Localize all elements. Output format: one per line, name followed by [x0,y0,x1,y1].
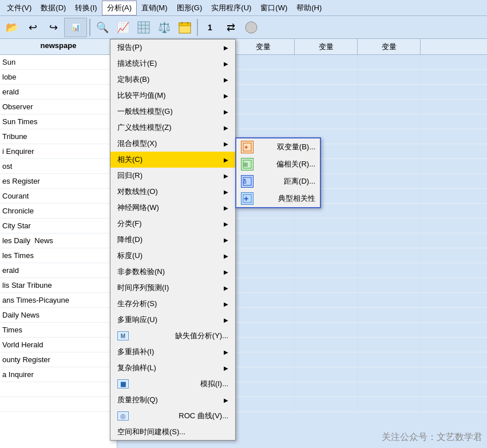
toolbar-number[interactable]: 1 [200,18,220,37]
menu-item-glm[interactable]: 一般线性模型(G) ▶ [110,104,235,120]
menu-file[interactable]: 文件(V) [2,1,36,15]
svg-point-9 [246,22,257,33]
menu-help[interactable]: 帮助(H) [292,1,326,15]
menu-item-correlate[interactable]: 相关(C) ▶ [110,152,235,168]
arrow-icon: ▶ [224,301,228,307]
list-item: Courant [0,189,117,204]
menu-item-loglinear[interactable]: 对数线性(O) ▶ [110,184,235,200]
menu-item-partial[interactable]: ⊞ 偏相关(R)... [236,156,320,173]
menu-item-roc[interactable]: ◎ ROC 曲线(V)... [110,408,235,424]
toolbar-calendar[interactable] [175,18,195,37]
arrow-icon: ▶ [224,157,228,163]
list-item: erald [0,263,117,278]
menu-utilities[interactable]: 实用程序(U) [207,1,256,15]
toolbar-sep-1 [89,19,90,36]
menu-graphs[interactable]: 图形(G) [172,1,207,15]
list-item: Daily News [0,308,117,323]
list-item: lis Star Tribune [0,278,117,293]
list-item [0,382,117,397]
left-panel: newspape Sun lobe erald Observer Sun Tim… [0,39,117,448]
toolbar-open[interactable]: 📂 [2,18,22,37]
simulate-icon: ▦ [117,379,129,388]
menu-item-nonparam[interactable]: 非参数检验(N) ▶ [110,264,235,280]
list-item: ounty Register [0,352,117,367]
arrow-icon: ▶ [224,141,228,147]
list-item: les Times [0,248,117,263]
svg-text:✚: ✚ [244,196,248,202]
toolbar-find[interactable]: 🔍 [93,18,112,37]
arrow-icon: ▶ [224,173,228,179]
canonical-icon: ✚ [241,192,254,205]
menu-item-distance[interactable]: δ 距离(D)... [236,173,320,190]
arrow-icon: ▶ [224,253,228,259]
menu-item-mixed[interactable]: 混合模型(X) ▶ [110,136,235,152]
list-item: Observer [0,100,117,114]
menu-item-missing[interactable]: M 缺失值分析(Y)... [110,328,235,344]
menu-item-compare-means[interactable]: 比较平均值(M) ▶ [110,88,235,104]
menu-window[interactable]: 窗口(W) [256,1,292,15]
menu-item-survival[interactable]: 生存分析(S) ▶ [110,296,235,312]
left-panel-header: newspape [0,39,117,55]
correlate-submenu[interactable]: ✶ 双变量(B)... ⊞ 偏相关(R)... δ [235,137,321,208]
menu-item-gzlm[interactable]: 广义线性模型(Z) ▶ [110,120,235,136]
bivariate-icon: ✶ [241,141,254,153]
toolbar-scale[interactable]: ⚖️ [155,18,174,37]
arrow-icon: ▶ [224,349,228,355]
analyze-menu[interactable]: 报告(P) ▶ 描述统计(E) ▶ 定制表(B) ▶ 比较平均值(M) ▶ 一般… [110,39,236,441]
svg-text:⊞: ⊞ [243,161,248,168]
arrow-icon: ▶ [224,365,228,371]
toolbar-undo[interactable]: ↩ [23,18,42,37]
toolbar-extra[interactable]: 📊 [64,18,87,37]
toolbar-chart[interactable]: 📈 [113,18,133,37]
menu-item-timeseries[interactable]: 时间序列预测(I) ▶ [110,280,235,296]
menu-item-tables[interactable]: 定制表(B) ▶ [110,72,235,88]
arrow-icon: ▶ [224,93,228,99]
arrow-icon: ▶ [224,221,228,227]
menu-item-regression[interactable]: 回归(R) ▶ [110,168,235,184]
menu-item-descriptive[interactable]: 描述统计(E) ▶ [110,55,235,72]
main-area: newspape Sun lobe erald Observer Sun Tim… [0,39,487,448]
list-item [0,397,117,412]
toolbar-arrows[interactable]: ⇄ [221,18,240,37]
menu-item-scale[interactable]: 标度(U) ▶ [110,248,235,264]
list-item: Chronicle [0,204,117,219]
menu-transform[interactable]: 转换(I) [70,1,101,15]
toolbar-circle[interactable] [241,18,261,37]
svg-rect-0 [138,22,149,33]
menu-item-quality[interactable]: 质量控制(Q) ▶ [110,392,235,408]
arrow-icon: ▶ [224,61,228,67]
toolbar-redo[interactable]: ↪ [43,18,63,37]
list-item: Tribune [0,129,117,144]
menu-item-spatial[interactable]: 空间和时间建模(S)... [110,424,235,440]
svg-text:✶: ✶ [244,144,248,150]
list-item: Times [0,323,117,338]
menu-item-report[interactable]: 报告(P) ▶ [110,39,235,55]
arrow-icon: ▶ [224,397,228,403]
toolbar-table[interactable] [134,18,153,37]
menu-item-canonical[interactable]: ✚ 典型相关性 [236,190,320,207]
missing-icon: M [117,331,129,340]
menu-item-neural[interactable]: 神经网络(W) ▶ [110,200,235,216]
watermark: 关注公众号：文艺数学君 [382,431,482,443]
list-item: Sun Times [0,114,117,129]
menu-directmarketing[interactable]: 直销(M) [137,1,172,15]
svg-text:δ: δ [243,179,247,185]
menu-item-reduce[interactable]: 降维(D) ▶ [110,232,235,248]
list-item: a Inquirer [0,367,117,382]
menu-item-multiple-imputation[interactable]: 多重插补(I) ▶ [110,344,235,360]
menu-item-classify[interactable]: 分类(F) ▶ [110,216,235,232]
menu-item-simulate[interactable]: ▦ 模拟(I)... [110,376,235,392]
arrow-icon: ▶ [224,45,228,51]
partial-icon: ⊞ [241,158,254,171]
arrow-icon: ▶ [224,189,228,195]
col-header-var2: 变量 [232,39,295,54]
menu-data[interactable]: 数据(D) [36,1,70,15]
menubar: 文件(V) 数据(D) 转换(I) 分析(A) 直销(M) 图形(G) 实用程序… [0,0,487,16]
menu-item-complex[interactable]: 复杂抽样(L) ▶ [110,360,235,376]
list-item: es Register [0,174,117,189]
arrow-icon: ▶ [224,285,228,291]
menu-analyze[interactable]: 分析(A) [102,1,137,15]
arrow-icon: ▶ [224,205,228,211]
menu-item-bivariate[interactable]: ✶ 双变量(B)... [236,138,320,156]
menu-item-multiple-response[interactable]: 多重响应(U) ▶ [110,312,235,328]
